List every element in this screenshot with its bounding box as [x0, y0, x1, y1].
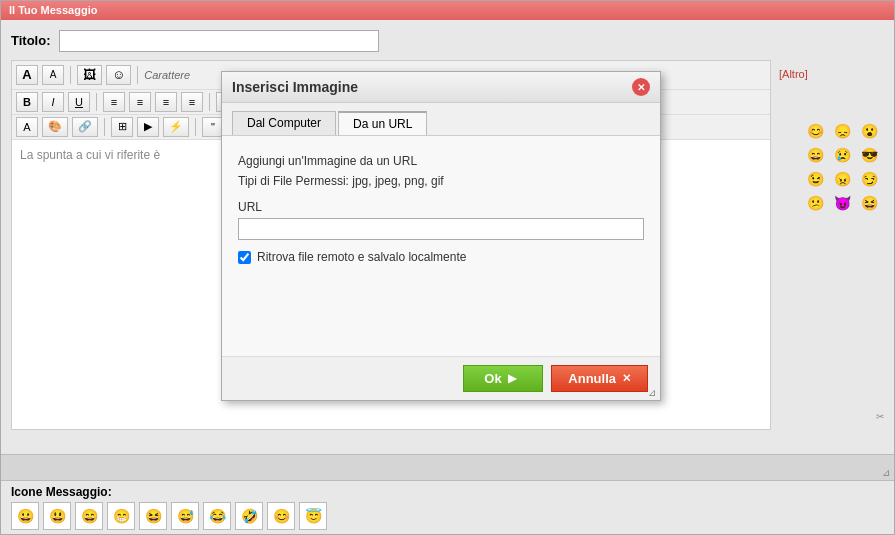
align-center-btn[interactable]: ≡ — [129, 92, 151, 112]
tab-dal-computer[interactable]: Dal Computer — [232, 111, 336, 135]
url-input[interactable] — [238, 218, 644, 240]
icona-messaggio-item[interactable]: 😂 — [203, 502, 231, 530]
titolo-label: Titolo: — [11, 33, 51, 48]
icone-items: 😀😃😄😁😆😅😂🤣😊😇 — [11, 502, 884, 530]
titolo-input[interactable] — [59, 30, 379, 52]
modal-title: Inserisci Immagine — [232, 79, 358, 95]
resize-area: ✂ — [1, 440, 894, 455]
underline-btn[interactable]: U — [68, 92, 90, 112]
emoji-item[interactable]: 😢 — [831, 144, 853, 166]
emoji-item[interactable]: 😞 — [831, 120, 853, 142]
save-local-checkbox[interactable] — [238, 251, 251, 264]
resize-handle: ✂ — [876, 411, 884, 422]
italic-btn[interactable]: I — [42, 92, 64, 112]
emoji-item[interactable]: 😉 — [804, 168, 826, 190]
emoji-item[interactable]: 😠 — [831, 168, 853, 190]
annulla-arrow-icon: ✕ — [622, 372, 631, 385]
flash-btn[interactable]: ⚡ — [163, 117, 189, 137]
modal-footer: Ok ▶ Annulla ✕ — [222, 356, 660, 400]
checkbox-label: Ritrova file remoto e salvalo localmente — [257, 250, 466, 264]
icona-messaggio-item[interactable]: 😃 — [43, 502, 71, 530]
emoji-item[interactable]: 😎 — [859, 144, 881, 166]
modal-resize-handle: ⊿ — [648, 387, 656, 398]
modal-header: Inserisci Immagine ✕ — [222, 72, 660, 103]
bottom-bar: ⊿ — [1, 454, 894, 480]
emoji-item[interactable]: 😈 — [831, 192, 853, 214]
title-bar: Il Tuo Messaggio — [1, 1, 894, 20]
emoji-item[interactable]: 😊 — [804, 120, 826, 142]
editor-placeholder: La spunta a cui vi riferite è — [20, 148, 160, 162]
separator-6 — [195, 118, 196, 136]
align-right-btn[interactable]: ≡ — [155, 92, 177, 112]
icona-messaggio-item[interactable]: 😀 — [11, 502, 39, 530]
emoji-item[interactable]: 😕 — [804, 192, 826, 214]
align-justify-btn[interactable]: ≡ — [181, 92, 203, 112]
emoji-item[interactable]: 😏 — [859, 168, 881, 190]
font-label: Carattere — [144, 69, 190, 81]
image-btn[interactable]: 🖼 — [77, 65, 102, 85]
font-size-increase-btn[interactable]: A — [16, 65, 38, 85]
altro-link[interactable]: [Altro] — [779, 68, 808, 80]
modal-body: Aggiungi un'Immagine da un URL Tipi di F… — [222, 136, 660, 356]
emoji-grid: 😊😞😮😄😢😎😉😠😏😕😈😆 — [804, 120, 884, 214]
checkbox-row: Ritrova file remoto e salvalo localmente — [238, 250, 644, 264]
modal-close-btn[interactable]: ✕ — [632, 78, 650, 96]
separator-4 — [209, 93, 210, 111]
icona-messaggio-item[interactable]: 😄 — [75, 502, 103, 530]
icona-messaggio-item[interactable]: 😅 — [171, 502, 199, 530]
icona-messaggio-item[interactable]: 😇 — [299, 502, 327, 530]
color-btn[interactable]: A — [16, 117, 38, 137]
icona-messaggio-item[interactable]: 🤣 — [235, 502, 263, 530]
emoji-item[interactable]: 😆 — [859, 192, 881, 214]
url-label: URL — [238, 200, 644, 214]
window-title: Il Tuo Messaggio — [9, 4, 97, 16]
table-btn[interactable]: ⊞ — [111, 117, 133, 137]
emoji-item[interactable]: 😄 — [804, 144, 826, 166]
icona-messaggio-item[interactable]: 😆 — [139, 502, 167, 530]
smiley-btn[interactable]: ☺ — [106, 65, 131, 85]
bold-btn[interactable]: B — [16, 92, 38, 112]
icona-messaggio-item[interactable]: 😊 — [267, 502, 295, 530]
resize-corner: ⊿ — [882, 467, 890, 478]
icona-messaggio-item[interactable]: 😁 — [107, 502, 135, 530]
highlight-btn[interactable]: 🎨 — [42, 117, 68, 137]
separator-1 — [70, 66, 71, 84]
emoji-item[interactable]: 😮 — [859, 120, 881, 142]
ok-button[interactable]: Ok ▶ — [463, 365, 543, 392]
tab-da-url[interactable]: Da un URL — [338, 111, 427, 135]
icone-label: Icone Messaggio: — [11, 485, 884, 499]
emoji-panel: 😊😞😮😄😢😎😉😠😏😕😈😆 [Altro] — [779, 64, 808, 430]
media-btn[interactable]: ▶ — [137, 117, 159, 137]
font-size-decrease-btn[interactable]: A — [42, 65, 64, 85]
separator-2 — [137, 66, 138, 84]
icone-row: Icone Messaggio: 😀😃😄😁😆😅😂🤣😊😇 — [1, 480, 894, 534]
ok-arrow-icon: ▶ — [508, 372, 516, 385]
modal-desc2: Tipi di File Permessi: jpg, jpeg, png, g… — [238, 174, 644, 188]
titolo-row: Titolo: — [11, 30, 884, 52]
modal-dialog: Inserisci Immagine ✕ Dal Computer Da un … — [221, 71, 661, 401]
modal-tabs: Dal Computer Da un URL — [222, 103, 660, 136]
separator-3 — [96, 93, 97, 111]
separator-5 — [104, 118, 105, 136]
link-btn[interactable]: 🔗 — [72, 117, 98, 137]
align-left-btn[interactable]: ≡ — [103, 92, 125, 112]
annulla-button[interactable]: Annulla ✕ — [551, 365, 648, 392]
main-window: Il Tuo Messaggio Titolo: A A 🖼 ☺ Caratte… — [0, 0, 895, 535]
modal-desc1: Aggiungi un'Immagine da un URL — [238, 152, 644, 170]
